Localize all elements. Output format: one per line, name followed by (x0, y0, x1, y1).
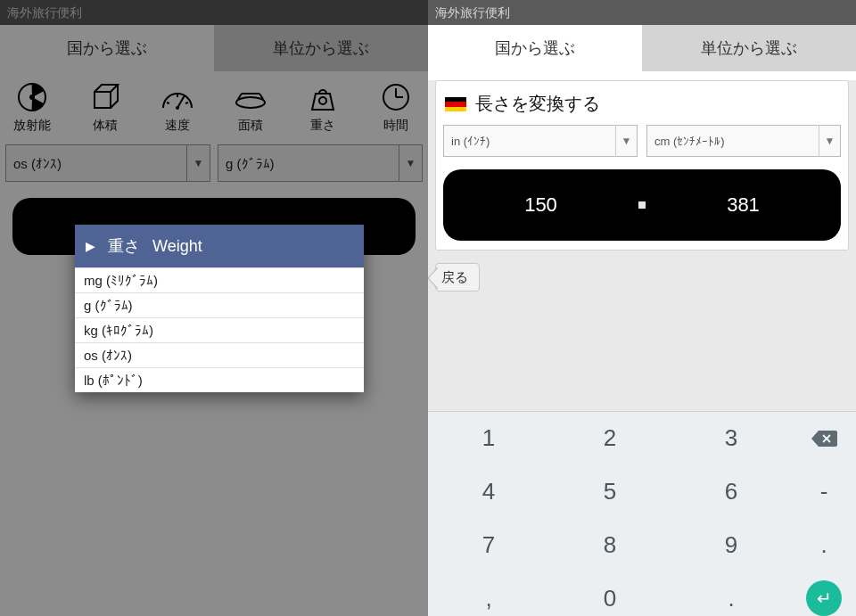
key-dot-side[interactable]: . (792, 519, 856, 572)
key-8[interactable]: 8 (549, 519, 671, 572)
unit-picker-title-jp: 重さ (108, 235, 140, 257)
tab-bar: 国から選ぶ 単位から選ぶ (428, 25, 856, 71)
tab-country[interactable]: 国から選ぶ (428, 25, 642, 71)
to-unit-select[interactable]: cm (ｾﾝﾁﾒｰﾄﾙ) ▼ (646, 125, 841, 157)
to-unit-select[interactable]: g (ｸﾞﾗﾑ) ▼ (218, 144, 423, 182)
key-5[interactable]: 5 (549, 465, 671, 519)
from-unit-select[interactable]: in (ｲﾝﾁ) ▼ (443, 125, 638, 157)
separator-icon (638, 201, 646, 209)
appbar-title: 海外旅行便利 (428, 0, 856, 25)
tab-bar: 国から選ぶ 単位から選ぶ (0, 25, 428, 71)
input-value: 150 (443, 193, 638, 217)
dropdown-icon: ▼ (819, 125, 840, 157)
card-title: 長さを変換する (443, 90, 841, 125)
category-weight[interactable]: 重さ (296, 80, 350, 134)
key-9[interactable]: 9 (671, 519, 792, 572)
numeric-keypad: 1 2 3 4 5 6 - 7 8 9 . , 0 . ↵ (428, 411, 856, 616)
key-6[interactable]: 6 (671, 465, 792, 519)
svg-line-4 (167, 103, 169, 103)
category-label: 速度 (165, 118, 190, 134)
category-label: 体積 (93, 118, 118, 134)
svg-line-2 (177, 95, 185, 108)
area-icon (230, 80, 271, 114)
radioactivity-icon (12, 80, 53, 114)
svg-point-8 (319, 97, 326, 104)
svg-line-5 (185, 103, 188, 103)
key-enter[interactable]: ↵ (792, 571, 856, 616)
cube-icon (85, 80, 126, 114)
key-0[interactable]: 0 (549, 571, 671, 616)
back-button[interactable]: 戻る (435, 263, 480, 292)
category-time[interactable]: 時間 (369, 80, 423, 134)
category-label: 重さ (310, 118, 335, 134)
category-volume[interactable]: 体積 (78, 80, 132, 134)
tab-unit[interactable]: 単位から選ぶ (214, 25, 428, 71)
germany-flag-icon (445, 97, 466, 111)
unit-option[interactable]: mg (ﾐﾘｸﾞﾗﾑ) (75, 267, 364, 292)
key-backspace[interactable] (792, 412, 856, 465)
key-3[interactable]: 3 (671, 412, 792, 465)
unit-picker-popup: ▶ 重さ Weight mg (ﾐﾘｸﾞﾗﾑ) g (ｸﾞﾗﾑ) kg (ｷﾛｸ… (75, 225, 364, 392)
clock-icon (375, 80, 416, 114)
key-comma[interactable]: , (428, 571, 549, 616)
category-speed[interactable]: 速度 (151, 80, 204, 134)
enter-icon: ↵ (806, 580, 842, 616)
svg-point-7 (236, 97, 265, 108)
category-row: 放射能 体積 速度 面 (2, 77, 426, 134)
backspace-icon (811, 429, 837, 448)
play-icon: ▶ (86, 239, 95, 253)
appbar-title: 海外旅行便利 (0, 0, 428, 25)
dropdown-icon: ▼ (186, 144, 210, 182)
key-4[interactable]: 4 (428, 465, 549, 519)
tab-unit[interactable]: 単位から選ぶ (642, 25, 856, 71)
key-2[interactable]: 2 (549, 412, 671, 465)
unit-option[interactable]: os (ｵﾝｽ) (75, 342, 364, 367)
unit-option[interactable]: kg (ｷﾛｸﾞﾗﾑ) (75, 317, 364, 342)
svg-point-3 (176, 106, 179, 110)
output-value: 381 (646, 193, 841, 217)
key-1[interactable]: 1 (428, 412, 549, 465)
from-unit-value: in (ｲﾝﾁ) (451, 135, 490, 148)
key-minus[interactable]: - (792, 465, 856, 519)
unit-picker-header: ▶ 重さ Weight (75, 225, 364, 267)
scale-icon (302, 80, 343, 114)
converter-card: 長さを変換する in (ｲﾝﾁ) ▼ cm (ｾﾝﾁﾒｰﾄﾙ) ▼ 150 38… (435, 80, 849, 251)
unit-option[interactable]: lb (ﾎﾟﾝﾄﾞ) (75, 367, 364, 392)
from-unit-select[interactable]: os (ｵﾝｽ) ▼ (5, 144, 210, 182)
gauge-icon (157, 80, 198, 114)
dropdown-icon: ▼ (399, 144, 422, 182)
card-title-text: 長さを変換する (475, 92, 600, 116)
key-dot[interactable]: . (671, 571, 792, 616)
unit-option[interactable]: g (ｸﾞﾗﾑ) (75, 292, 364, 317)
back-button-label: 戻る (441, 269, 468, 286)
tab-country[interactable]: 国から選ぶ (0, 25, 214, 71)
unit-picker-title-en: Weight (152, 237, 202, 256)
category-label: 放射能 (13, 118, 51, 134)
category-label: 面積 (238, 118, 263, 134)
to-unit-value: g (ｸﾞﾗﾑ) (226, 156, 275, 171)
category-area[interactable]: 面積 (224, 80, 277, 134)
to-unit-value: cm (ｾﾝﾁﾒｰﾄﾙ) (654, 135, 725, 148)
result-display: 150 381 (443, 169, 841, 241)
from-unit-value: os (ｵﾝｽ) (13, 156, 62, 171)
category-label: 時間 (383, 118, 408, 134)
category-radioactivity[interactable]: 放射能 (5, 80, 59, 134)
dropdown-icon: ▼ (615, 125, 637, 157)
key-7[interactable]: 7 (428, 519, 549, 572)
